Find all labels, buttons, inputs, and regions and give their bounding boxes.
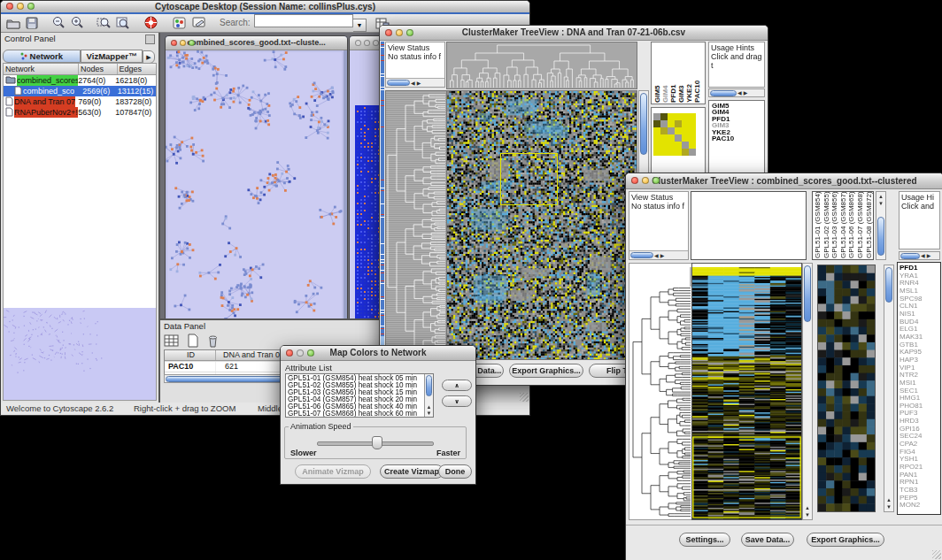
save-data-button[interactable]: Save Data... — [741, 533, 794, 547]
main-title-bar[interactable]: Cytoscape Desktop (Session Name: collins… — [1, 1, 529, 14]
done-button[interactable]: Done — [438, 464, 472, 479]
network-table-row[interactable]: DNA and Tran 07769(0)183728(0) — [4, 96, 156, 107]
treeview2-title-bar[interactable]: ClusterMaker TreeView : combined_scores_… — [626, 173, 942, 189]
row-dendrogram[interactable] — [629, 263, 692, 520]
view-status-hscrollbar[interactable]: ◀▶ — [629, 250, 688, 259]
zoom-selected-icon[interactable] — [97, 16, 111, 33]
export-graphics-button[interactable]: Export Graphics... — [807, 533, 884, 547]
close-icon[interactable] — [631, 177, 638, 184]
create-vizmap-button[interactable]: Create Vizmap — [380, 464, 444, 479]
heatmap-column-label[interactable]: YKE2 — [685, 46, 693, 103]
heatmap-column-label[interactable]: PAC10 — [693, 46, 701, 103]
heatmap-main[interactable] — [691, 263, 802, 520]
view-status-hscrollbar[interactable]: ◀▶ — [386, 78, 444, 87]
minimize-icon[interactable] — [396, 29, 403, 36]
treeview2-column-dendrogram[interactable] — [691, 191, 807, 260]
annotation-icon[interactable] — [192, 17, 206, 33]
window-resize-grip[interactable] — [520, 393, 529, 402]
close-icon[interactable] — [385, 29, 392, 36]
summary-heatmap-cell — [675, 149, 682, 156]
attribute-list[interactable]: GPL51-01 (GSM854) heat shock 05 minGPL51… — [285, 373, 434, 418]
heatmap-column-label[interactable]: GIM4 — [661, 46, 669, 103]
animate-vizmap-button[interactable]: Animate Vizmap — [295, 464, 371, 479]
network-view-window[interactable]: combined_scores_good.txt--cluste... — [165, 35, 348, 322]
speed-slider-handle[interactable] — [372, 436, 382, 449]
heatmap-column-label[interactable]: GPL51-01 (GSM854) — [814, 191, 822, 258]
dialog-title-bar[interactable]: Map Colors to Network — [281, 346, 475, 361]
usage-hints-hscrollbar[interactable]: ◀▶ — [899, 251, 940, 260]
heatmap-column-label[interactable]: GPL51-07 (GSM868) — [856, 191, 865, 258]
heatmap-column-label[interactable]: GPL51-06 (GSM865) — [847, 191, 856, 258]
treeview1-title-bar[interactable]: ClusterMaker TreeView : DNA and Tran 07-… — [380, 26, 768, 41]
summary-heatmap-cell — [675, 120, 682, 127]
move-up-button[interactable]: ∧ — [442, 380, 472, 391]
export-graphics-button[interactable]: Export Graphics... — [509, 364, 583, 378]
tab-vizmapper[interactable]: VizMapper™ — [81, 50, 143, 63]
minimize-icon[interactable] — [297, 349, 304, 357]
column-labels-vscrollbar[interactable]: ▲▼ — [876, 191, 886, 260]
heatmap-main[interactable] — [446, 90, 637, 360]
gene-label[interactable]: MON2 — [900, 502, 938, 510]
minimize-icon[interactable] — [17, 3, 24, 10]
zoom-fit-icon[interactable] — [116, 16, 130, 33]
network-table-header: NetworkNodesEdges — [4, 64, 156, 75]
summary-heatmap-cell — [653, 120, 660, 127]
zoom-window-icon[interactable] — [307, 349, 314, 357]
close-icon[interactable] — [171, 40, 177, 46]
new-attribute-icon[interactable] — [187, 335, 199, 350]
zoom-window-icon[interactable] — [27, 3, 35, 10]
heatmap-column-label[interactable]: GPL51-03 (GSM856) — [830, 191, 839, 258]
move-down-button[interactable]: ∨ — [442, 395, 472, 407]
open-folder-icon[interactable] — [6, 17, 20, 33]
zoom-window-icon[interactable] — [373, 40, 379, 46]
row-dendrogram[interactable] — [385, 90, 447, 360]
search-dropdown-icon[interactable]: ▼ — [353, 19, 367, 32]
delete-attribute-icon[interactable] — [207, 335, 219, 350]
attribute-list-item[interactable]: GPL51-07 (GSM868) heat shock 60 min — [288, 410, 431, 418]
tab-network[interactable]: Network — [3, 50, 81, 63]
summary-heatmap[interactable] — [653, 113, 696, 156]
summary-heatmap-cell — [682, 142, 689, 149]
row-selection-strip[interactable] — [381, 42, 384, 359]
attribute-select-icon[interactable] — [164, 335, 180, 350]
heatmap-column-label[interactable]: GPL51-04 (GSM857) — [839, 191, 848, 258]
heatmap-column-label[interactable]: GPL51-02 (GSM855) — [822, 191, 831, 258]
minimize-icon[interactable] — [180, 40, 186, 46]
zoom-window-icon[interactable] — [652, 177, 660, 184]
heatmap-column-label[interactable]: PFD1 — [669, 46, 677, 103]
window-resize-grip[interactable] — [932, 550, 941, 559]
float-panel-icon[interactable] — [145, 35, 155, 44]
heatmap-vscrollbar[interactable]: ▲▼ — [802, 263, 813, 520]
heatmap-column-label[interactable]: GIM3 — [677, 46, 685, 103]
zoom-in-icon[interactable] — [71, 16, 84, 33]
network-table-row[interactable]: combined_scores2764(0)16218(0) — [4, 75, 156, 86]
search-input[interactable] — [254, 14, 353, 27]
heatmap-column-label[interactable]: GPL51-08 (GSM872) — [865, 191, 874, 258]
help-ring-icon[interactable] — [144, 16, 158, 33]
close-icon[interactable] — [355, 40, 361, 46]
heatmap-column-label[interactable]: GIM5 — [653, 46, 661, 103]
close-icon[interactable] — [286, 349, 293, 357]
network-canvas[interactable] — [166, 50, 344, 322]
zoom-window-icon[interactable] — [406, 29, 413, 36]
zoom-out-icon[interactable] — [52, 16, 66, 33]
network-table-row[interactable]: combined_sco2569(6)13112(15) — [4, 86, 156, 96]
gene-label[interactable]: PAC10 — [712, 135, 761, 142]
minimize-icon[interactable] — [642, 177, 649, 184]
tab-overflow-icon[interactable]: ▶ — [143, 50, 155, 64]
control-panel-title: Control Panel — [1, 33, 158, 46]
settings-button[interactable]: Settings... — [679, 533, 730, 547]
close-icon[interactable] — [6, 3, 13, 10]
network-table-row[interactable]: RNAPuberNov2+!563(0)107847(0) — [4, 107, 156, 118]
heatmap-zoom-view[interactable] — [817, 265, 876, 512]
save-icon[interactable] — [26, 17, 38, 33]
column-dendrogram[interactable] — [446, 42, 637, 89]
minimize-icon[interactable] — [364, 40, 370, 46]
usage-hints-hscrollbar[interactable]: ◀▶ — [708, 88, 765, 97]
network-overview-thumbnail[interactable] — [4, 308, 156, 400]
vizmapper-icon[interactable] — [173, 17, 186, 33]
summary-heatmap-cell — [682, 113, 689, 120]
zoom-vscrollbar[interactable]: ▲▼ — [884, 265, 894, 512]
treeview2-gene-list: PFD1YRA1RNR4MSL1SPC98CLN1NIS1BUD4ELG1MAK… — [897, 262, 941, 515]
zoom-window-icon[interactable] — [189, 40, 195, 46]
